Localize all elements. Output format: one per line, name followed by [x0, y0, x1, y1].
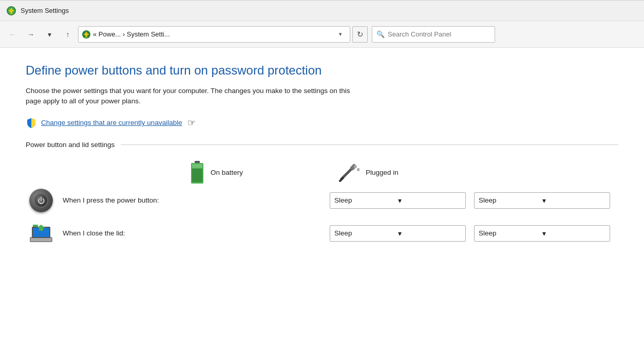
close-lid-label: When I close the lid:	[56, 229, 330, 237]
power-button-row: ⏻ When I press the power button: Sleep ▾…	[26, 189, 618, 212]
svg-rect-5	[195, 161, 200, 163]
forward-button[interactable]: →	[23, 26, 39, 43]
address-bar-icon	[82, 30, 91, 39]
power-button-label: When I press the power button:	[56, 196, 330, 204]
plugged-in-label: Plugged in	[366, 169, 399, 176]
section-divider: Power button and lid settings	[26, 141, 618, 149]
lid-plugged-dropdown[interactable]: Sleep ▾	[474, 225, 610, 242]
svg-point-13	[357, 168, 359, 171]
power-button-icon-area: ⏻	[26, 189, 56, 212]
power-plugged-dropdown[interactable]: Sleep ▾	[474, 192, 610, 209]
close-lid-icon-area	[26, 223, 56, 244]
svg-rect-8	[192, 169, 202, 182]
settings-table: ⏻ When I press the power button: Sleep ▾…	[26, 189, 618, 244]
plug-icon	[339, 163, 359, 182]
svg-rect-15	[31, 238, 51, 241]
search-icon: 🔍	[376, 30, 385, 38]
title-bar-icon	[6, 6, 16, 16]
up-button[interactable]: ↑	[60, 26, 76, 43]
svg-point-12	[354, 165, 357, 168]
description: Choose the power settings that you want …	[26, 86, 488, 107]
svg-rect-7	[192, 164, 202, 168]
dropdown-button[interactable]: ▾	[41, 26, 58, 43]
section-label: Power button and lid settings	[26, 141, 115, 149]
dropdown-arrow-icon: ▾	[398, 196, 462, 205]
dropdown-arrow-icon: ▾	[542, 196, 606, 205]
change-settings-section: Change settings that are currently unava…	[26, 117, 618, 129]
change-settings-link[interactable]: Change settings that are currently unava…	[41, 119, 182, 126]
address-text: « Powe... › System Setti...	[93, 30, 332, 38]
dropdown-arrow-icon: ▾	[398, 229, 462, 238]
content-area: Define power buttons and turn on passwor…	[0, 48, 644, 347]
on-battery-header: On battery	[190, 161, 339, 185]
power-battery-dropdown[interactable]: Sleep ▾	[330, 192, 466, 209]
title-bar: System Settings	[0, 1, 644, 21]
close-lid-row: When I close the lid: Sleep ▾ Sleep ▾	[26, 223, 618, 244]
window: System Settings ← → ▾ ↑ « Powe... › Syst…	[0, 0, 644, 347]
back-button[interactable]: ←	[4, 26, 21, 43]
address-bar[interactable]: « Powe... › System Setti... ▾	[78, 26, 350, 43]
cursor-hand-icon: ☞	[187, 117, 196, 129]
on-battery-label: On battery	[211, 169, 243, 176]
divider-line	[121, 144, 618, 145]
search-box: 🔍	[372, 26, 495, 43]
toolbar: ← → ▾ ↑ « Powe... › System Setti... ▾ ↻ …	[0, 21, 644, 48]
plugged-in-header: Plugged in	[339, 161, 488, 185]
close-lid-icon	[28, 223, 54, 244]
dropdown-arrow-icon: ▾	[542, 229, 606, 238]
power-button-icon: ⏻	[29, 189, 53, 212]
page-title: Define power buttons and turn on passwor…	[26, 63, 618, 78]
uac-shield-icon	[26, 117, 37, 129]
search-input[interactable]	[388, 30, 490, 38]
column-headers: On battery Plugged in	[26, 161, 618, 185]
refresh-button[interactable]: ↻	[352, 26, 368, 43]
address-dropdown-button[interactable]: ▾	[334, 27, 347, 42]
power-button-inner: ⏻	[34, 193, 48, 208]
battery-icon	[190, 161, 204, 185]
title-bar-text: System Settings	[21, 7, 69, 14]
lid-battery-dropdown[interactable]: Sleep ▾	[330, 225, 466, 242]
